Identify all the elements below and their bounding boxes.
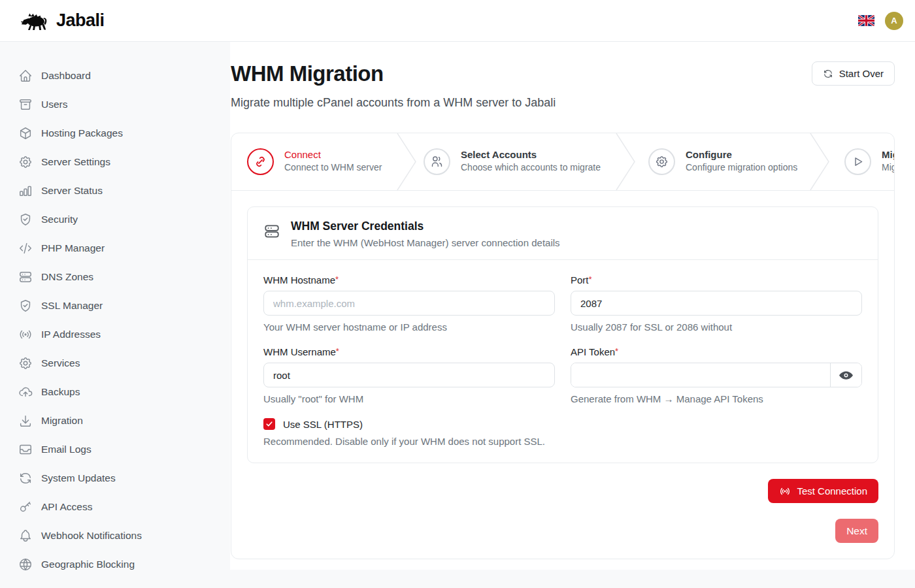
step-select-accounts[interactable]: Select Accounts Choose which accounts to… [407, 133, 625, 190]
username-input[interactable] [263, 363, 555, 387]
sidebar-item-dns-zones[interactable]: DNS Zones [0, 263, 230, 291]
username-label: WHM Username* [263, 346, 555, 357]
port-label: Port* [571, 274, 862, 286]
hostname-help: Your WHM server hostname or IP address [263, 321, 555, 333]
api-token-help: Generate from WHM → Manage API Tokens [571, 393, 862, 404]
bell-icon [18, 529, 33, 543]
shield-check-icon [18, 212, 33, 227]
step-circle [648, 148, 675, 175]
sidebar-item-server-settings[interactable]: Server Settings [0, 148, 230, 176]
brand-logo[interactable]: Jabali [20, 10, 105, 31]
play-icon [851, 155, 865, 169]
api-token-label: API Token* [571, 346, 862, 357]
sidebar-item-api-access[interactable]: API Access [0, 493, 230, 521]
step-subtitle: Migrate accounts [882, 161, 895, 174]
sidebar-item-php-manager[interactable]: PHP Manager [0, 234, 230, 263]
required-asterisk: * [589, 274, 592, 284]
sidebar-item-migration[interactable]: Migration [0, 406, 230, 435]
avatar[interactable]: A [885, 12, 903, 30]
step-subtitle: Connect to WHM server [284, 161, 382, 174]
link-icon [254, 155, 267, 169]
step-title: Connect [284, 149, 382, 160]
topbar-right: A [858, 12, 903, 30]
sidebar-item-services[interactable]: Services [0, 349, 230, 378]
step-configure[interactable]: Configure Configure migration options [625, 133, 820, 190]
card-title: WHM Server Credentials [291, 220, 560, 233]
ssl-help: Recommended. Disable only if your WHM do… [263, 436, 862, 447]
broadcast-icon [18, 327, 33, 342]
sidebar-item-security[interactable]: Security [0, 205, 230, 234]
refresh-icon [823, 69, 833, 79]
package-icon [18, 126, 33, 140]
step-migrate[interactable]: Migrate Migrate accounts [820, 133, 894, 190]
warthog-icon [20, 10, 50, 31]
username-help: Usually "root" for WHM [263, 393, 555, 404]
port-help: Usually 2087 for SSL or 2086 without [571, 321, 862, 333]
step-title: Select Accounts [461, 149, 601, 160]
sidebar-item-ip-addresses[interactable]: IP Addresses [0, 320, 230, 349]
gear-icon [18, 155, 33, 169]
next-button[interactable]: Next [835, 519, 878, 543]
sidebar-item-users[interactable]: Users [0, 90, 230, 119]
cloud-upload-icon [18, 385, 33, 399]
ssl-checkbox[interactable] [263, 418, 275, 430]
migration-wizard-panel: Connect Connect to WHM server Select Acc… [231, 133, 895, 559]
sidebar-item-label: Server Status [41, 185, 103, 197]
test-connection-label: Test Connection [797, 485, 867, 497]
sidebar-item-label: Migration [41, 415, 83, 427]
sidebar-item-label: SSL Manager [41, 300, 103, 312]
eye-icon [839, 371, 853, 380]
gear-icon [655, 155, 669, 169]
sidebar-item-label: Geographic Blocking [41, 559, 135, 570]
port-field: Port* Usually 2087 for SSL or 2086 witho… [571, 274, 862, 333]
sidebar-item-server-status[interactable]: Server Status [0, 176, 230, 205]
sidebar-item-label: PHP Manager [41, 242, 105, 254]
api-token-input[interactable] [571, 363, 830, 387]
hostname-input[interactable] [263, 291, 555, 316]
test-connection-button[interactable]: Test Connection [768, 479, 878, 503]
hostname-field: WHM Hostname* Your WHM server hostname o… [263, 274, 555, 333]
sidebar-item-label: Webhook Notifications [41, 530, 142, 542]
globe-icon [18, 557, 33, 572]
sidebar-item-ssl-manager[interactable]: SSL Manager [0, 291, 230, 320]
home-icon [18, 69, 33, 83]
page-title: WHM Migration [231, 61, 556, 86]
chart-bars-icon [18, 184, 33, 198]
sidebar-item-email-logs[interactable]: Email Logs [0, 435, 230, 464]
sidebar-item-webhook-notifications[interactable]: Webhook Notifications [0, 521, 230, 550]
page-header: WHM Migration Migrate multiple cPanel ac… [231, 61, 895, 110]
page-subtitle: Migrate multiple cPanel accounts from a … [231, 96, 556, 110]
sidebar-item-label: Users [41, 99, 67, 110]
sidebar-item-hosting-packages[interactable]: Hosting Packages [0, 119, 230, 148]
ssl-checkbox-label[interactable]: Use SSL (HTTPS) [283, 419, 363, 430]
sidebar-item-label: API Access [41, 501, 92, 513]
shield-check-icon [18, 299, 33, 313]
uk-flag-icon[interactable] [858, 15, 874, 26]
step-title: Configure [686, 149, 797, 160]
required-asterisk: * [336, 346, 339, 356]
download-icon [18, 414, 33, 428]
sidebar-item-backups[interactable]: Backups [0, 378, 230, 406]
sidebar-item-system-updates[interactable]: System Updates [0, 464, 230, 493]
sidebar-item-label: Email Logs [41, 444, 92, 455]
credentials-card-header: WHM Server Credentials Enter the WHM (We… [248, 207, 878, 260]
start-over-button[interactable]: Start Over [812, 61, 895, 86]
server-stack-icon [263, 223, 280, 240]
step-circle [424, 148, 450, 175]
sidebar-item-label: Services [41, 357, 80, 369]
broadcast-icon [779, 485, 791, 497]
step-connect[interactable]: Connect Connect to WHM server [231, 133, 407, 190]
username-field: WHM Username* Usually "root" for WHM [263, 346, 555, 404]
main-content: WHM Migration Migrate multiple cPanel ac… [230, 42, 915, 570]
sidebar-item-label: Dashboard [41, 70, 91, 82]
sidebar-item-dashboard[interactable]: Dashboard [0, 61, 230, 90]
key-icon [18, 500, 33, 514]
step-subtitle: Choose which accounts to migrate [461, 161, 601, 174]
sidebar-item-geographic-blocking[interactable]: Geographic Blocking [0, 550, 230, 579]
port-input[interactable] [571, 291, 862, 316]
sidebar-item-label: IP Addresses [41, 329, 101, 340]
users-icon [430, 155, 444, 169]
gear-icon [18, 356, 33, 370]
wizard-stepper: Connect Connect to WHM server Select Acc… [231, 133, 894, 191]
toggle-token-visibility-button[interactable] [830, 363, 861, 387]
